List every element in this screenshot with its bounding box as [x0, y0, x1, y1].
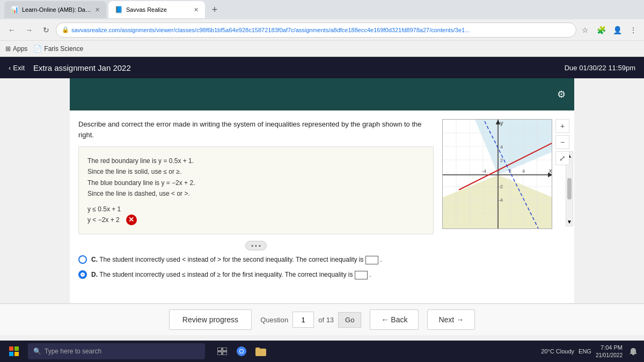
answer-explanation-box: The red boundary line is y = 0.5x + 1. S… — [78, 146, 434, 234]
more-options-icon[interactable]: ⋮ — [627, 24, 640, 36]
bookmark-faris-science[interactable]: 📄 Faris Science — [34, 45, 83, 53]
content-header: ⚙ — [70, 78, 574, 110]
svg-text:4: 4 — [522, 168, 525, 174]
due-date: Due 01/30/22 11:59pm — [565, 64, 635, 72]
tab-favicon-1: 📊 — [11, 6, 19, 13]
faris-science-label: Faris Science — [44, 45, 83, 53]
option-d-content: The student incorrectly used ≤ instead o… — [99, 271, 355, 278]
exit-chevron-icon: ‹ — [9, 64, 11, 72]
scroll-down-button[interactable]: ▼ — [567, 219, 572, 225]
taskbar-search-bar[interactable]: 🔍 Type here to search — [28, 343, 205, 359]
svg-text:2: 2 — [500, 158, 503, 163]
option-c-content: The student incorrectly used < instead o… — [99, 256, 365, 263]
svg-rect-27 — [14, 352, 19, 356]
reload-button[interactable]: ↻ — [39, 23, 54, 38]
question-navigation: Question of 13 Go — [260, 312, 361, 328]
task-view-button[interactable] — [214, 343, 231, 360]
equation-2-row: y < −2x + 2 ✕ — [87, 215, 425, 225]
option-d-text: D. The student incorrectly used ≤ instea… — [91, 270, 371, 279]
tab-savvas[interactable]: 📘 Savvas Realize ✕ — [108, 1, 205, 18]
zoom-controls: + − ⤢ — [555, 119, 569, 165]
start-button[interactable] — [4, 342, 24, 361]
svg-rect-26 — [9, 352, 13, 356]
apps-icon: ⊞ — [5, 45, 11, 53]
new-tab-button[interactable]: + — [207, 2, 222, 17]
expand-dots-button[interactable]: • • • — [245, 241, 267, 250]
graph-region-blue — [475, 120, 552, 175]
zoom-out-button[interactable]: − — [555, 135, 569, 149]
scroll-thumb[interactable] — [567, 178, 572, 200]
back-button[interactable]: ← Back — [370, 309, 419, 330]
graph-region-yellow — [443, 175, 552, 229]
review-progress-button[interactable]: Review progress — [169, 309, 252, 330]
task-view-icon — [217, 348, 227, 355]
url-bar[interactable]: 🔒 savvasrealize.com/assignments/viewer/c… — [56, 23, 576, 38]
zoom-in-button[interactable]: + — [555, 119, 569, 133]
notifications-button[interactable] — [627, 345, 640, 358]
svg-text:-4: -4 — [482, 168, 486, 174]
bookmark-apps[interactable]: ⊞ Apps — [5, 45, 27, 53]
taskbar: 🔍 Type here to search 20°C Cloudy — [0, 341, 644, 362]
time-display: 7:04 PM — [596, 344, 623, 351]
back-nav-button[interactable]: ← — [4, 23, 19, 38]
coordinate-graph: x y -4 -2 2 4 4 2 -2 -4 — [442, 119, 552, 229]
svg-text:4: 4 — [500, 144, 503, 150]
option-c-text: C. The student incorrectly used < instea… — [91, 255, 382, 264]
option-d-answer-box[interactable] — [355, 271, 368, 279]
option-d-row: D. The student incorrectly used ≤ instea… — [78, 270, 434, 279]
option-c-radio[interactable] — [78, 255, 87, 264]
svg-rect-25 — [14, 346, 19, 351]
answer-line2: Since the line is solid, use ≤ or ≥. — [87, 166, 425, 177]
faris-science-doc-icon: 📄 — [34, 45, 42, 53]
url-text: savvasrealize.com/assignments/viewer/cla… — [71, 27, 570, 33]
option-d-period: . — [369, 271, 371, 278]
answer-line3: The blue boundary line is y = −2x + 2. — [87, 178, 425, 188]
svg-rect-31 — [223, 352, 227, 355]
options-list: C. The student incorrectly used < instea… — [78, 255, 434, 279]
browser-chrome: 📊 Learn-Online (AMB): Dashboard ✕ 📘 Savv… — [0, 0, 644, 57]
fullscreen-button[interactable]: ⤢ — [555, 151, 569, 165]
settings-gear-icon[interactable]: ⚙ — [557, 88, 566, 100]
chrome-taskbar-icon[interactable] — [233, 343, 250, 360]
question-label: Question — [260, 316, 288, 324]
exit-button[interactable]: ‹ Exit — [9, 64, 25, 72]
option-c-answer-box[interactable] — [365, 256, 378, 264]
nav-bar: ← → ↻ 🔒 savvasrealize.com/assignments/vi… — [0, 19, 644, 41]
profile-icon[interactable]: 👤 — [611, 24, 624, 36]
svg-text:-2: -2 — [499, 184, 503, 189]
question-number-input[interactable] — [292, 312, 314, 328]
next-button[interactable]: Next → — [427, 309, 475, 330]
assignment-title: Extra assignment Jan 2022 — [33, 63, 131, 72]
tab-learn-online[interactable]: 📊 Learn-Online (AMB): Dashboard ✕ — [4, 1, 106, 18]
answer-line1: The red boundary line is y = 0.5x + 1. — [87, 156, 425, 166]
option-d-label: D. — [91, 271, 98, 278]
extension-icon[interactable]: 🧩 — [595, 24, 608, 36]
option-c-period: . — [380, 256, 382, 263]
file-explorer-icon[interactable] — [252, 343, 269, 360]
lock-icon: 🔒 — [62, 26, 69, 33]
weather-info: 20°C Cloudy — [541, 348, 574, 354]
language-indicator: ENG — [579, 348, 591, 354]
tab-close-1[interactable]: ✕ — [95, 6, 100, 13]
svg-rect-35 — [632, 354, 634, 355]
forward-nav-button[interactable]: → — [21, 23, 36, 38]
option-d-radio[interactable] — [78, 270, 87, 279]
browser-nav-icons: ☆ 🧩 👤 ⋮ — [579, 24, 640, 36]
svg-rect-30 — [217, 352, 222, 355]
question-left-panel: Describe and correct the error made in w… — [78, 119, 434, 294]
question-prompt: Describe and correct the error made in w… — [78, 119, 434, 140]
svg-rect-29 — [223, 348, 227, 351]
go-button[interactable]: Go — [338, 312, 361, 328]
expand-button-wrapper: • • • — [78, 241, 434, 250]
graph-with-controls: + − ⤢ — [442, 119, 552, 231]
tab-favicon-2: 📘 — [115, 6, 123, 13]
question-right-panel: + − ⤢ — [442, 119, 566, 294]
app-header: ‹ Exit Extra assignment Jan 2022 Due 01/… — [0, 57, 644, 78]
tab-bar: 📊 Learn-Online (AMB): Dashboard ✕ 📘 Savv… — [0, 0, 644, 19]
chrome-icon — [236, 346, 247, 357]
notification-icon — [630, 348, 637, 355]
bookmark-star-icon[interactable]: ☆ — [579, 24, 591, 36]
option-c-row: C. The student incorrectly used < instea… — [78, 255, 434, 264]
svg-rect-28 — [217, 348, 222, 351]
tab-close-2[interactable]: ✕ — [194, 6, 199, 13]
